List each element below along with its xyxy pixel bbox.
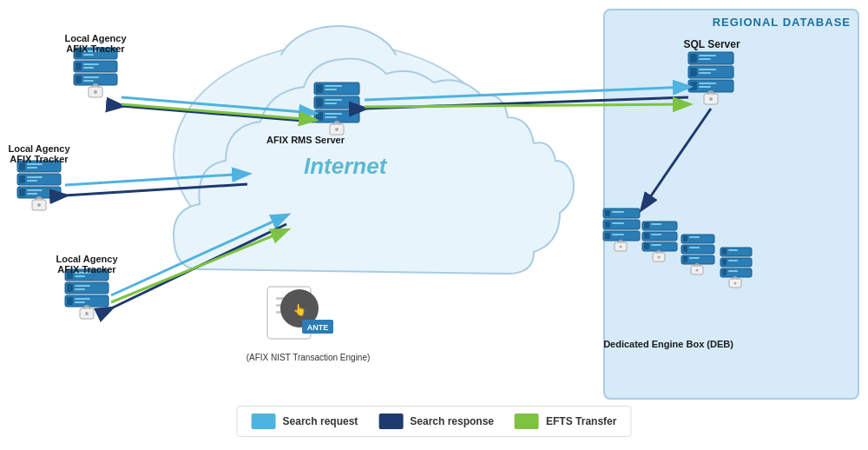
svg-line-148 (111, 230, 286, 302)
regional-db-title: REGIONAL DATABASE (713, 16, 851, 29)
svg-point-22 (335, 128, 339, 131)
svg-rect-72 (67, 271, 73, 279)
svg-rect-46 (83, 67, 94, 69)
svg-rect-134 (276, 304, 298, 307)
svg-rect-40 (76, 50, 82, 57)
svg-rect-67 (32, 200, 46, 210)
svg-text:AFIX RMS Server: AFIX RMS Server (266, 135, 345, 145)
svg-point-3 (278, 26, 399, 113)
svg-rect-10 (316, 84, 323, 93)
svg-rect-75 (65, 282, 108, 294)
svg-rect-11 (325, 85, 342, 87)
legend-efts-transfer: EFTS Transfer (515, 414, 616, 429)
svg-rect-132 (267, 287, 311, 339)
svg-rect-15 (325, 99, 342, 101)
svg-text:AFIX Tracker: AFIX Tracker (66, 43, 125, 54)
svg-rect-9 (314, 83, 359, 95)
svg-rect-19 (325, 113, 342, 115)
svg-text:Internet: Internet (304, 153, 388, 179)
svg-text:(AFIX NIST Transaction Engine): (AFIX NIST Transaction Engine) (247, 353, 371, 362)
svg-rect-21 (330, 124, 344, 135)
svg-rect-48 (76, 76, 82, 83)
svg-text:Local Agency: Local Agency (8, 143, 70, 154)
svg-line-145 (65, 184, 247, 195)
svg-rect-64 (19, 189, 25, 196)
svg-rect-73 (75, 272, 90, 274)
efts-color (515, 414, 539, 429)
svg-rect-45 (83, 63, 99, 65)
svg-text:ANTE: ANTE (307, 323, 329, 332)
svg-rect-44 (76, 63, 82, 70)
svg-point-68 (37, 203, 41, 207)
svg-line-147 (111, 224, 286, 308)
svg-rect-49 (83, 76, 99, 78)
svg-rect-61 (27, 176, 43, 178)
svg-text:AFIX Tracker: AFIX Tracker (10, 154, 69, 164)
svg-line-142 (122, 106, 314, 122)
svg-rect-62 (27, 180, 37, 182)
svg-rect-71 (65, 269, 108, 281)
svg-rect-60 (19, 175, 25, 183)
svg-line-141 (122, 97, 314, 113)
svg-rect-138 (302, 320, 333, 334)
svg-rect-51 (89, 87, 102, 97)
svg-rect-63 (17, 187, 61, 198)
svg-line-144 (65, 174, 247, 185)
svg-rect-47 (74, 74, 117, 85)
svg-rect-39 (74, 48, 117, 59)
svg-rect-13 (314, 96, 359, 109)
svg-rect-55 (17, 161, 61, 172)
svg-rect-50 (83, 80, 94, 82)
svg-point-136 (280, 289, 319, 328)
svg-rect-66 (27, 193, 37, 195)
search-request-color (252, 414, 276, 429)
svg-rect-56 (19, 162, 25, 170)
svg-rect-58 (27, 167, 37, 169)
svg-rect-18 (316, 112, 323, 121)
svg-point-1 (195, 135, 299, 213)
svg-rect-20 (325, 116, 337, 118)
svg-rect-17 (314, 110, 359, 122)
svg-text:AFIX Tracker: AFIX Tracker (57, 264, 116, 275)
legend: Search request Search response EFTS Tran… (237, 406, 632, 437)
svg-rect-80 (67, 297, 73, 305)
svg-rect-74 (75, 275, 85, 277)
svg-text:👆: 👆 (293, 302, 307, 317)
diagram-container: REGIONAL DATABASE Internet (0, 0, 868, 450)
search-response-color (378, 414, 403, 429)
svg-rect-77 (75, 285, 90, 287)
efts-label: EFTS Transfer (546, 415, 616, 427)
svg-point-4 (178, 48, 499, 265)
svg-text:Local Agency: Local Agency (56, 254, 118, 264)
search-request-label: Search request (283, 415, 358, 427)
regional-db-box (603, 9, 859, 400)
legend-search-response: Search response (378, 414, 494, 429)
svg-rect-42 (83, 54, 94, 56)
svg-rect-41 (83, 50, 99, 52)
svg-point-6 (385, 133, 483, 206)
svg-rect-14 (316, 98, 323, 107)
svg-rect-135 (276, 311, 300, 314)
svg-point-5 (198, 137, 297, 210)
svg-point-7 (280, 29, 397, 110)
svg-rect-43 (74, 61, 117, 72)
svg-point-2 (382, 130, 486, 208)
svg-rect-65 (27, 189, 43, 191)
svg-rect-82 (75, 301, 85, 303)
svg-text:Local Agency: Local Agency (64, 33, 127, 43)
svg-rect-83 (80, 308, 94, 319)
svg-point-52 (94, 90, 97, 94)
svg-rect-133 (276, 297, 302, 300)
svg-rect-12 (325, 89, 337, 90)
legend-search-request: Search request (252, 414, 358, 429)
svg-rect-57 (27, 163, 43, 165)
svg-rect-16 (325, 103, 337, 104)
svg-point-0 (174, 43, 503, 269)
svg-rect-76 (67, 284, 73, 292)
svg-rect-78 (75, 288, 85, 290)
search-response-label: Search response (410, 415, 494, 427)
svg-line-143 (122, 104, 314, 120)
svg-rect-59 (17, 174, 61, 185)
svg-line-146 (111, 215, 286, 295)
svg-rect-79 (65, 295, 108, 307)
